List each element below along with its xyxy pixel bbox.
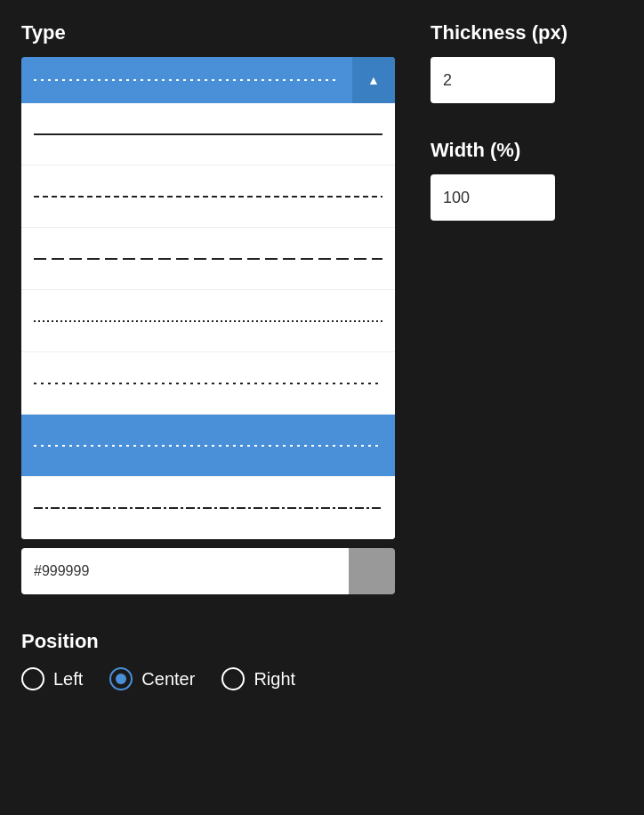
dropdown-item-dotted-selected[interactable] [21,415,395,477]
line-dash-dot-preview [34,507,382,509]
line-solid-preview [34,133,382,135]
dropdown-item-dotted-spaced[interactable] [21,352,395,415]
line-dashed-small-preview [34,196,382,198]
line-dotted-tight-preview [34,320,382,322]
dropdown-item-dashed-small[interactable] [21,165,395,228]
radio-label-left: Left [53,669,83,690]
radio-circle-right [221,667,245,690]
dropdown-arrow-icon: ▲ [352,57,395,103]
radio-label-center: Center [141,669,195,690]
thickness-input[interactable] [431,57,555,103]
line-dashed-large-preview [34,258,382,260]
type-label: Type [21,21,395,44]
radio-option-left[interactable]: Left [21,667,83,690]
dropdown-item-dashed-large[interactable] [21,228,395,290]
dropdown-item-dash-dot[interactable] [21,477,395,539]
color-input-row [21,548,395,594]
radio-label-right: Right [254,669,295,690]
thickness-group: Thickness (px) [431,21,623,103]
radio-circle-left [21,667,44,690]
line-dotted-spaced-preview [34,383,382,384]
dropdown-item-dotted-tight[interactable] [21,290,395,352]
color-text-input[interactable] [21,548,349,594]
type-dropdown-list [21,103,395,539]
width-label: Width (%) [431,139,623,162]
left-column: Type ▲ [21,21,395,690]
radio-option-center[interactable]: Center [109,667,195,690]
radio-group: Left Center Right [21,667,395,690]
dropdown-item-solid[interactable] [21,103,395,165]
type-dropdown-trigger[interactable]: ▲ [21,57,395,103]
trigger-line-preview [34,79,340,81]
radio-circle-center [109,667,133,690]
color-swatch[interactable] [349,548,395,594]
dropdown-trigger-preview [21,79,352,81]
position-section: Position Left Center Right [21,630,395,690]
thickness-label: Thickness (px) [431,21,623,44]
width-input[interactable] [431,174,555,221]
line-dotted-selected-preview [34,445,382,447]
right-column: Thickness (px) Width (%) [431,21,623,256]
position-label: Position [21,630,395,653]
main-layout: Type ▲ [21,21,623,690]
width-group: Width (%) [431,139,623,221]
radio-option-right[interactable]: Right [221,667,295,690]
